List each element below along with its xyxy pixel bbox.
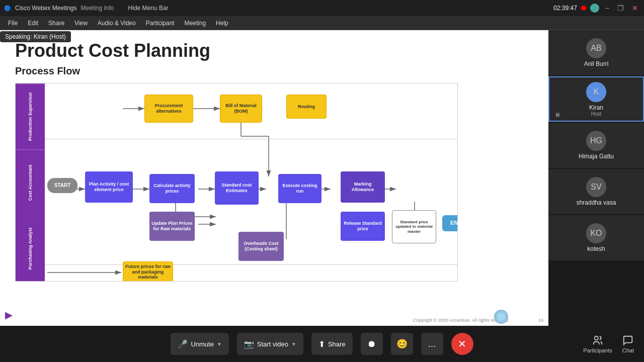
menu-meeting[interactable]: Meeting [180,19,210,28]
menu-share[interactable]: Share [44,19,68,28]
speaking-badge: Speaking: Kiran (Host) [0,31,71,42]
swimlane-production: Production Supervisor [16,83,45,149]
box-std-price-updated: Standard price updated in material maste… [392,210,436,243]
start-video-button[interactable]: 📷 Start video ▼ [237,333,303,355]
meeting-info-btn[interactable]: Meeting Info [81,5,114,12]
end-call-icon: ✕ [458,338,466,350]
speaking-text: Speaking: Kiran (Host) [5,33,66,40]
swimlane-cost-accountant: Cost Accountant [16,149,45,215]
recording-dot [581,6,586,11]
cisco-logo: 🔵 [4,5,11,12]
box-future-prices: Future prices for raw and packaging mate… [123,261,173,282]
overheads-label: Overheads Cost (Costing sheet) [240,241,282,252]
video-icon: 📷 [244,339,254,349]
start-label: START [54,183,71,189]
slide-nav-arrow[interactable]: ▶ [5,310,12,321]
name-himaja: Himaja Gattu [579,153,614,160]
close-btn[interactable]: ✕ [630,4,640,12]
participant-kotesh[interactable]: KO kotesh [548,215,644,260]
main-layout: Product Cost Planning Process Flow Produ… [0,30,644,326]
participant-kiran[interactable]: K Kiran Host 🖥 [548,76,644,122]
record-button[interactable]: ⏺ [361,333,383,355]
bom-label: Bill of Material (BOM) [222,103,260,114]
release-standard-label: Release Standard price [343,221,383,232]
routing-label: Routing [298,104,315,110]
accenture-logo [494,310,508,324]
divider-1 [45,139,457,139]
box-marking-allowance: Marking Allowance [341,171,385,203]
title-bar-right: 02:39:47 − ❐ ✕ [553,4,640,13]
calculate-label: Calculate activity prices [151,183,193,194]
flow-area: Procurement alternatives Bill of Materia… [45,83,457,281]
start-video-label: Start video [257,340,288,348]
box-plan-activity: Plan Activity / cost element price [85,171,133,203]
sidebar: AB Anil Burri K Kiran Host 🖥 HG Himaja G… [548,30,644,326]
presentation-area: Product Cost Planning Process Flow Produ… [0,30,548,326]
share-label: Share [328,340,346,348]
minimize-btn[interactable]: − [603,4,611,12]
menu-file[interactable]: File [4,19,22,28]
video-caret[interactable]: ▼ [291,341,296,347]
future-prices-label: Future prices for raw and packaging mate… [125,264,171,280]
bottom-right-controls: Participants Chat [583,335,634,353]
box-start: START [47,178,77,193]
slide-footer: Copyright © 2020 Accenture. All rights r… [413,318,543,323]
record-icon: ⏺ [367,339,376,349]
participant-himaja[interactable]: HG Himaja Gattu [548,123,644,168]
unmute-caret[interactable]: ▼ [217,341,222,347]
app-name: Cisco Webex Meetings [15,5,77,12]
participants-button[interactable]: Participants [583,335,612,353]
avatar-shraddha: SV [586,177,606,197]
flow-diagram: Production Supervisor Cost Accountant Pu… [15,83,458,282]
unmute-button[interactable]: 🎤 Unmute ▼ [171,333,228,355]
box-end: END [442,215,458,231]
menu-audio-video[interactable]: Audio & Video [94,19,140,28]
slide-title: Product Cost Planning [15,40,533,61]
box-release-standard: Release Standard price [341,212,385,241]
share-button[interactable]: ⬆ Share [311,333,353,355]
procurement-label: Procurement alternatives [147,103,191,114]
box-procurement: Procurement alternatives [144,95,193,123]
restore-btn[interactable]: ❐ [615,4,626,12]
menu-participant[interactable]: Participant [142,19,179,28]
end-label: END [450,220,458,226]
svg-point-23 [595,336,598,339]
reactions-button[interactable]: 😊 [391,333,413,355]
hide-menu-btn[interactable]: Hide Menu Bar [128,5,169,12]
more-icon: ... [428,339,436,349]
unmute-label: Unmute [191,340,214,348]
chat-button[interactable]: Chat [622,335,634,353]
name-anil: Anil Burri [584,60,609,67]
chat-icon [622,335,633,346]
marking-allowance-label: Marking Allowance [343,182,383,193]
swimlane-purchasing: Purchasing Analyst [16,216,45,281]
box-overheads: Overheads Cost (Costing sheet) [238,232,284,261]
swimlane-labels: Production Supervisor Cost Accountant Pu… [16,83,45,281]
menu-edit[interactable]: Edit [24,19,42,28]
participant-shraddha[interactable]: SV shraddha vasa [548,169,644,214]
execute-costing-label: Execute costing run [280,183,319,194]
mic-icon: 🎤 [178,339,188,349]
standard-estimates-label: Standard cost Estimates [217,183,257,194]
avatar-icon [590,4,599,13]
role-kiran: Host [591,111,602,117]
avatar-kotesh: KO [586,223,606,243]
name-shraddha: shraddha vasa [577,199,616,206]
slide-number: 16 [538,318,543,323]
recording-time: 02:39:47 [553,5,577,12]
end-call-button[interactable]: ✕ [451,333,473,355]
std-price-updated-label: Standard price updated in material maste… [394,220,434,234]
box-routing: Routing [286,95,327,119]
participant-anil[interactable]: AB Anil Burri [548,30,644,75]
screen-share-icon: 🖥 [554,112,560,118]
share-icon: ⬆ [318,339,325,349]
more-button[interactable]: ... [421,333,443,355]
update-plan-label: Update Plan Prices for Raw materials [151,221,193,232]
menu-help[interactable]: Help [212,19,232,28]
name-kiran: Kiran [589,104,603,111]
menu-view[interactable]: View [70,19,92,28]
avatar-anil: AB [586,38,606,58]
slide-subtitle: Process Flow [15,65,533,77]
box-calculate: Calculate activity prices [149,174,195,203]
chat-label: Chat [622,347,634,353]
